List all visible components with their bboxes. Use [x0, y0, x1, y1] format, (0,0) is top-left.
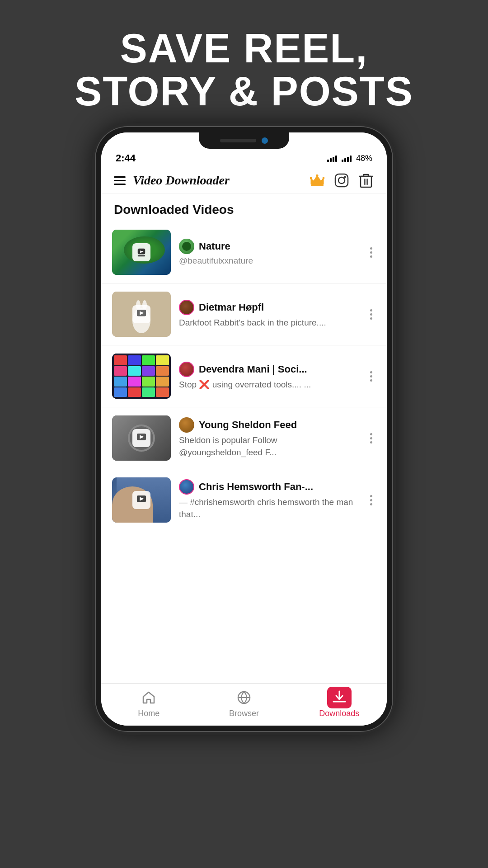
phone-frame: 2:44 48% [95, 126, 393, 732]
nav-home[interactable]: Home [101, 684, 197, 721]
nav-downloads[interactable]: Downloads [291, 684, 387, 721]
svg-point-5 [338, 177, 345, 184]
play-icon [132, 243, 150, 261]
menu-button[interactable] [114, 176, 126, 185]
play-icon [132, 429, 150, 447]
app-title: Video Downloader [133, 173, 230, 188]
table-row[interactable]: Devendra Mani | Soci... Stop ❌ using ove… [101, 345, 387, 407]
author-handle: @beautifulxxnature [179, 256, 253, 265]
notch-camera [262, 137, 268, 144]
video-caption: Darkfoot Rabbit's back in the picture...… [179, 317, 358, 329]
downloads-icon [331, 689, 348, 706]
signal-icon-2 [342, 155, 352, 162]
author-name: Dietmar Høpfl [199, 302, 264, 313]
instagram-icon [334, 173, 349, 188]
avatar [179, 362, 194, 377]
video-caption: Sheldon is popular Follow @youngsheldon_… [179, 434, 358, 458]
svg-rect-0 [311, 184, 324, 186]
hero-line2: STORY & POSTS [75, 70, 413, 113]
status-time: 2:44 [116, 152, 136, 164]
more-options-button[interactable] [366, 244, 376, 261]
author-row: Young Sheldon Feed [179, 417, 358, 433]
avatar [179, 300, 194, 315]
status-icons: 48% [327, 154, 372, 163]
crown-button[interactable] [309, 172, 325, 189]
video-thumbnail [112, 292, 171, 337]
video-thumbnail [112, 230, 171, 275]
notch [199, 132, 289, 149]
table-row[interactable]: Chris Hemsworth Fan-... — #chrishemswort… [101, 469, 387, 531]
header-right [309, 172, 374, 189]
more-options-button[interactable] [366, 429, 376, 447]
more-options-button[interactable] [366, 306, 376, 323]
svg-rect-13 [138, 255, 145, 256]
video-caption: — #chrishemsworth chris hemsworth the ma… [179, 496, 358, 520]
author-row: Devendra Mani | Soci... [179, 362, 358, 377]
video-caption: Stop ❌ using overrated tools.... ... [179, 379, 358, 391]
battery-text: 48% [356, 154, 372, 163]
trash-button[interactable] [358, 172, 374, 189]
author-name: Chris Hemsworth Fan-... [199, 481, 313, 493]
avatar [179, 417, 194, 433]
author-row: Nature [179, 239, 358, 254]
nav-browser[interactable]: Browser [197, 684, 292, 721]
author-row: Chris Hemsworth Fan-... [179, 479, 358, 495]
more-options-button[interactable] [366, 491, 376, 509]
notch-speaker [220, 139, 256, 142]
more-options-button[interactable] [366, 368, 376, 385]
avatar [179, 239, 194, 254]
crown-icon [310, 175, 324, 186]
browser-icon [235, 689, 253, 706]
video-info: Chris Hemsworth Fan-... — #chrishemswort… [179, 479, 358, 520]
author-row: Dietmar Høpfl [179, 300, 358, 315]
video-info: Dietmar Høpfl Darkfoot Rabbit's back in … [179, 300, 358, 329]
play-icon [132, 305, 150, 323]
trash-icon [359, 173, 373, 188]
hero-line1: SAVE REEL, [75, 27, 413, 70]
video-thumbnail [112, 415, 171, 461]
bottom-nav: Home Browser [101, 683, 387, 726]
phone-screen: 2:44 48% [101, 132, 387, 726]
browser-label: Browser [229, 709, 259, 718]
author-name: Nature [199, 241, 230, 252]
instagram-button[interactable] [333, 172, 350, 189]
video-info: Devendra Mani | Soci... Stop ❌ using ove… [179, 362, 358, 391]
video-info: Nature @beautifulxxnature [179, 239, 358, 266]
section-title: Downloaded Videos [101, 193, 387, 222]
author-name: Devendra Mani | Soci... [199, 363, 307, 375]
author-name: Young Sheldon Feed [199, 419, 297, 431]
video-thumbnail [112, 477, 171, 523]
play-icon [132, 491, 150, 509]
video-list: Nature @beautifulxxnature [101, 222, 387, 683]
video-info: Young Sheldon Feed Sheldon is popular Fo… [179, 417, 358, 458]
video-thumbnail [112, 354, 171, 399]
hero-text: SAVE REEL, STORY & POSTS [56, 0, 432, 126]
downloads-btn-bg [327, 687, 352, 708]
header-left: Video Downloader [114, 173, 230, 188]
avatar [179, 479, 194, 495]
table-row[interactable]: Nature @beautifulxxnature [101, 222, 387, 283]
svg-point-6 [344, 176, 346, 178]
svg-rect-4 [335, 174, 348, 187]
home-icon [140, 689, 157, 706]
app-header: Video Downloader [101, 168, 387, 193]
home-label: Home [138, 709, 160, 718]
table-row[interactable]: Dietmar Høpfl Darkfoot Rabbit's back in … [101, 283, 387, 345]
table-row[interactable]: Young Sheldon Feed Sheldon is popular Fo… [101, 407, 387, 469]
downloads-label: Downloads [319, 709, 359, 718]
signal-icon [327, 155, 337, 162]
